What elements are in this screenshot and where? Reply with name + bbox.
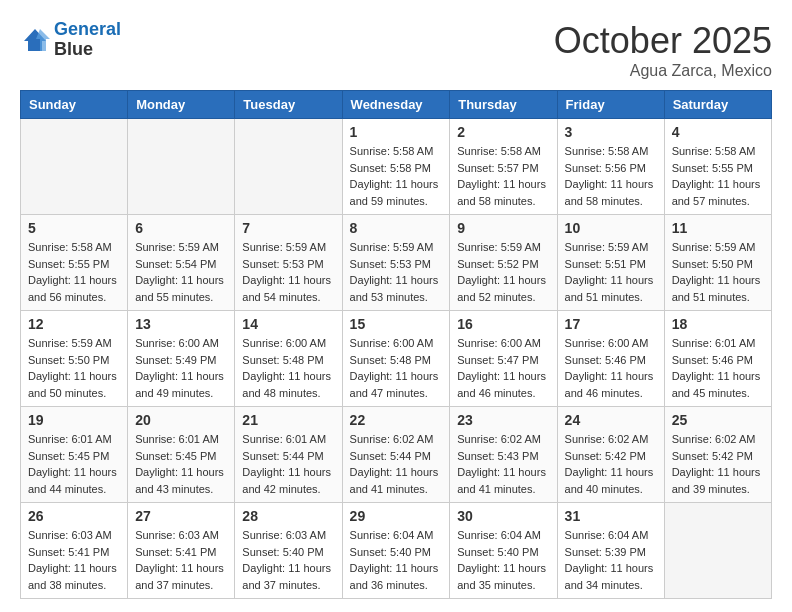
- day-info: Sunrise: 5:58 AMSunset: 5:58 PMDaylight:…: [350, 143, 443, 209]
- calendar: SundayMondayTuesdayWednesdayThursdayFrid…: [20, 90, 772, 599]
- calendar-day: 30Sunrise: 6:04 AMSunset: 5:40 PMDayligh…: [450, 503, 557, 599]
- day-info: Sunrise: 5:59 AMSunset: 5:52 PMDaylight:…: [457, 239, 549, 305]
- day-number: 31: [565, 508, 657, 524]
- calendar-day: 17Sunrise: 6:00 AMSunset: 5:46 PMDayligh…: [557, 311, 664, 407]
- day-number: 14: [242, 316, 334, 332]
- day-number: 24: [565, 412, 657, 428]
- day-info: Sunrise: 6:04 AMSunset: 5:40 PMDaylight:…: [457, 527, 549, 593]
- location: Agua Zarca, Mexico: [554, 62, 772, 80]
- day-number: 27: [135, 508, 227, 524]
- weekday-header-friday: Friday: [557, 91, 664, 119]
- calendar-day: [664, 503, 771, 599]
- calendar-day: 10Sunrise: 5:59 AMSunset: 5:51 PMDayligh…: [557, 215, 664, 311]
- day-number: 28: [242, 508, 334, 524]
- calendar-day: 9Sunrise: 5:59 AMSunset: 5:52 PMDaylight…: [450, 215, 557, 311]
- calendar-week-2: 5Sunrise: 5:58 AMSunset: 5:55 PMDaylight…: [21, 215, 772, 311]
- calendar-day: 6Sunrise: 5:59 AMSunset: 5:54 PMDaylight…: [128, 215, 235, 311]
- calendar-day: 18Sunrise: 6:01 AMSunset: 5:46 PMDayligh…: [664, 311, 771, 407]
- weekday-header-row: SundayMondayTuesdayWednesdayThursdayFrid…: [21, 91, 772, 119]
- day-info: Sunrise: 6:02 AMSunset: 5:43 PMDaylight:…: [457, 431, 549, 497]
- day-number: 17: [565, 316, 657, 332]
- day-info: Sunrise: 6:01 AMSunset: 5:46 PMDaylight:…: [672, 335, 764, 401]
- day-info: Sunrise: 5:59 AMSunset: 5:50 PMDaylight:…: [28, 335, 120, 401]
- calendar-day: [128, 119, 235, 215]
- day-info: Sunrise: 6:02 AMSunset: 5:42 PMDaylight:…: [672, 431, 764, 497]
- day-number: 9: [457, 220, 549, 236]
- day-info: Sunrise: 5:58 AMSunset: 5:55 PMDaylight:…: [672, 143, 764, 209]
- day-info: Sunrise: 6:00 AMSunset: 5:49 PMDaylight:…: [135, 335, 227, 401]
- calendar-day: 20Sunrise: 6:01 AMSunset: 5:45 PMDayligh…: [128, 407, 235, 503]
- day-number: 6: [135, 220, 227, 236]
- day-info: Sunrise: 5:59 AMSunset: 5:51 PMDaylight:…: [565, 239, 657, 305]
- calendar-week-5: 26Sunrise: 6:03 AMSunset: 5:41 PMDayligh…: [21, 503, 772, 599]
- calendar-day: 28Sunrise: 6:03 AMSunset: 5:40 PMDayligh…: [235, 503, 342, 599]
- day-info: Sunrise: 6:04 AMSunset: 5:40 PMDaylight:…: [350, 527, 443, 593]
- calendar-day: 12Sunrise: 5:59 AMSunset: 5:50 PMDayligh…: [21, 311, 128, 407]
- day-info: Sunrise: 6:01 AMSunset: 5:44 PMDaylight:…: [242, 431, 334, 497]
- calendar-day: 15Sunrise: 6:00 AMSunset: 5:48 PMDayligh…: [342, 311, 450, 407]
- calendar-day: 23Sunrise: 6:02 AMSunset: 5:43 PMDayligh…: [450, 407, 557, 503]
- day-number: 12: [28, 316, 120, 332]
- weekday-header-tuesday: Tuesday: [235, 91, 342, 119]
- calendar-week-1: 1Sunrise: 5:58 AMSunset: 5:58 PMDaylight…: [21, 119, 772, 215]
- day-info: Sunrise: 6:01 AMSunset: 5:45 PMDaylight:…: [28, 431, 120, 497]
- weekday-header-thursday: Thursday: [450, 91, 557, 119]
- day-number: 30: [457, 508, 549, 524]
- calendar-week-3: 12Sunrise: 5:59 AMSunset: 5:50 PMDayligh…: [21, 311, 772, 407]
- day-number: 3: [565, 124, 657, 140]
- day-info: Sunrise: 5:58 AMSunset: 5:56 PMDaylight:…: [565, 143, 657, 209]
- calendar-day: 31Sunrise: 6:04 AMSunset: 5:39 PMDayligh…: [557, 503, 664, 599]
- weekday-header-sunday: Sunday: [21, 91, 128, 119]
- calendar-day: 4Sunrise: 5:58 AMSunset: 5:55 PMDaylight…: [664, 119, 771, 215]
- day-info: Sunrise: 6:03 AMSunset: 5:41 PMDaylight:…: [135, 527, 227, 593]
- day-number: 15: [350, 316, 443, 332]
- calendar-day: 16Sunrise: 6:00 AMSunset: 5:47 PMDayligh…: [450, 311, 557, 407]
- weekday-header-saturday: Saturday: [664, 91, 771, 119]
- calendar-day: 21Sunrise: 6:01 AMSunset: 5:44 PMDayligh…: [235, 407, 342, 503]
- day-number: 20: [135, 412, 227, 428]
- calendar-day: 24Sunrise: 6:02 AMSunset: 5:42 PMDayligh…: [557, 407, 664, 503]
- day-number: 5: [28, 220, 120, 236]
- calendar-day: [21, 119, 128, 215]
- calendar-day: 5Sunrise: 5:58 AMSunset: 5:55 PMDaylight…: [21, 215, 128, 311]
- day-info: Sunrise: 6:00 AMSunset: 5:47 PMDaylight:…: [457, 335, 549, 401]
- day-info: Sunrise: 6:03 AMSunset: 5:41 PMDaylight:…: [28, 527, 120, 593]
- logo: General Blue: [20, 20, 121, 60]
- day-number: 25: [672, 412, 764, 428]
- day-info: Sunrise: 6:00 AMSunset: 5:46 PMDaylight:…: [565, 335, 657, 401]
- calendar-day: 3Sunrise: 5:58 AMSunset: 5:56 PMDaylight…: [557, 119, 664, 215]
- calendar-day: 26Sunrise: 6:03 AMSunset: 5:41 PMDayligh…: [21, 503, 128, 599]
- calendar-day: 19Sunrise: 6:01 AMSunset: 5:45 PMDayligh…: [21, 407, 128, 503]
- day-number: 7: [242, 220, 334, 236]
- calendar-day: 27Sunrise: 6:03 AMSunset: 5:41 PMDayligh…: [128, 503, 235, 599]
- logo-text: General Blue: [54, 20, 121, 60]
- weekday-header-wednesday: Wednesday: [342, 91, 450, 119]
- day-number: 8: [350, 220, 443, 236]
- day-info: Sunrise: 5:59 AMSunset: 5:53 PMDaylight:…: [242, 239, 334, 305]
- calendar-day: 13Sunrise: 6:00 AMSunset: 5:49 PMDayligh…: [128, 311, 235, 407]
- calendar-day: 1Sunrise: 5:58 AMSunset: 5:58 PMDaylight…: [342, 119, 450, 215]
- day-number: 16: [457, 316, 549, 332]
- page-header: General Blue October 2025 Agua Zarca, Me…: [20, 20, 772, 80]
- day-info: Sunrise: 6:00 AMSunset: 5:48 PMDaylight:…: [350, 335, 443, 401]
- day-info: Sunrise: 6:01 AMSunset: 5:45 PMDaylight:…: [135, 431, 227, 497]
- calendar-day: 29Sunrise: 6:04 AMSunset: 5:40 PMDayligh…: [342, 503, 450, 599]
- calendar-day: 2Sunrise: 5:58 AMSunset: 5:57 PMDaylight…: [450, 119, 557, 215]
- calendar-day: 7Sunrise: 5:59 AMSunset: 5:53 PMDaylight…: [235, 215, 342, 311]
- calendar-day: 25Sunrise: 6:02 AMSunset: 5:42 PMDayligh…: [664, 407, 771, 503]
- day-info: Sunrise: 6:00 AMSunset: 5:48 PMDaylight:…: [242, 335, 334, 401]
- day-number: 13: [135, 316, 227, 332]
- day-number: 2: [457, 124, 549, 140]
- day-number: 18: [672, 316, 764, 332]
- month-title: October 2025: [554, 20, 772, 62]
- day-info: Sunrise: 5:59 AMSunset: 5:50 PMDaylight:…: [672, 239, 764, 305]
- weekday-header-monday: Monday: [128, 91, 235, 119]
- day-number: 10: [565, 220, 657, 236]
- day-number: 22: [350, 412, 443, 428]
- title-block: October 2025 Agua Zarca, Mexico: [554, 20, 772, 80]
- day-number: 11: [672, 220, 764, 236]
- calendar-day: 22Sunrise: 6:02 AMSunset: 5:44 PMDayligh…: [342, 407, 450, 503]
- calendar-day: [235, 119, 342, 215]
- day-number: 21: [242, 412, 334, 428]
- day-number: 29: [350, 508, 443, 524]
